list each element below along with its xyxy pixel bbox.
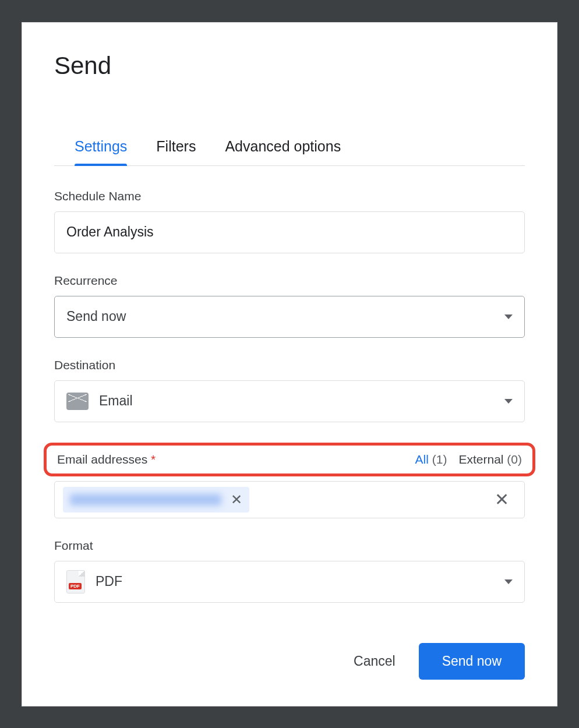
email-addresses-highlight: Email addresses * All (1) External (0) <box>44 443 535 476</box>
clear-all-icon[interactable]: ✕ <box>495 489 509 510</box>
required-star: * <box>151 453 156 466</box>
pdf-icon <box>66 570 85 593</box>
tab-filters[interactable]: Filters <box>156 132 196 165</box>
recurrence-value: Send now <box>66 309 126 324</box>
chevron-down-icon <box>504 399 513 404</box>
chip-remove-icon[interactable]: ✕ <box>231 492 242 508</box>
filter-all-count: (1) <box>432 453 447 466</box>
email-chip: ✕ <box>63 487 249 513</box>
email-addresses-input[interactable]: ✕ ✕ <box>54 481 525 518</box>
email-chip-text-redacted <box>70 494 221 506</box>
tab-advanced-options[interactable]: Advanced options <box>225 132 341 165</box>
format-label: Format <box>54 539 525 553</box>
send-modal: Send Settings Filters Advanced options S… <box>22 22 557 706</box>
filter-external[interactable]: External <box>458 453 503 466</box>
filter-external-count: (0) <box>507 453 522 466</box>
recurrence-group: Recurrence Send now <box>54 274 525 338</box>
email-filters: All (1) External (0) <box>415 453 522 467</box>
email-addresses-label: Email addresses * <box>57 453 156 467</box>
modal-footer: Cancel Send now <box>354 643 525 680</box>
chevron-down-icon <box>504 314 513 319</box>
chevron-down-icon <box>504 579 513 584</box>
send-now-button[interactable]: Send now <box>419 643 525 680</box>
format-group: Format PDF <box>54 539 525 603</box>
destination-label: Destination <box>54 358 525 372</box>
schedule-name-input[interactable] <box>54 211 525 253</box>
cancel-button[interactable]: Cancel <box>354 653 396 669</box>
modal-title: Send <box>54 52 525 80</box>
email-icon <box>66 393 89 410</box>
format-select[interactable]: PDF <box>54 561 525 603</box>
schedule-name-label: Schedule Name <box>54 189 525 203</box>
schedule-name-group: Schedule Name <box>54 189 525 253</box>
destination-select[interactable]: Email <box>54 380 525 422</box>
destination-value: Email <box>99 393 133 409</box>
recurrence-label: Recurrence <box>54 274 525 288</box>
tab-settings[interactable]: Settings <box>75 132 127 165</box>
format-value: PDF <box>96 574 122 589</box>
destination-group: Destination Email <box>54 358 525 422</box>
tabs-bar: Settings Filters Advanced options <box>54 132 525 166</box>
filter-all[interactable]: All <box>415 453 429 466</box>
email-addresses-label-text: Email addresses <box>57 453 147 466</box>
recurrence-select[interactable]: Send now <box>54 296 525 338</box>
